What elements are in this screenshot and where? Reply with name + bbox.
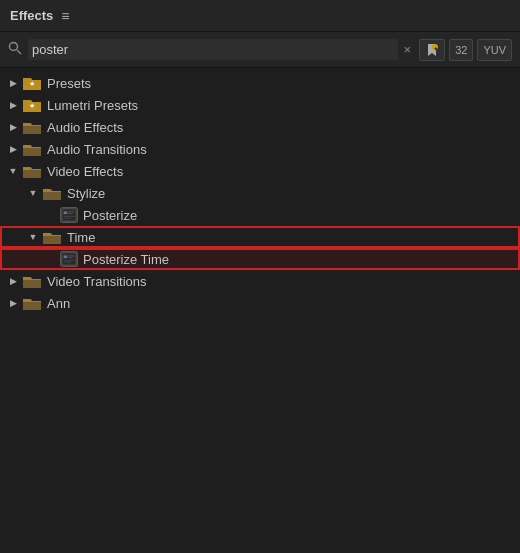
search-input[interactable]: [28, 39, 398, 60]
item-label-stylize: Stylize: [67, 186, 105, 201]
chevron-presets[interactable]: ▶: [6, 78, 20, 88]
svg-point-0: [10, 43, 18, 51]
tree-item-video-effects[interactable]: ▼ Video Effects: [0, 160, 520, 182]
folder-icon-time: [42, 229, 62, 245]
svg-rect-14: [68, 255, 74, 256]
chevron-audio-effects[interactable]: ▶: [6, 122, 20, 132]
tree-item-audio-transitions[interactable]: ▶ Audio Transitions: [0, 138, 520, 160]
search-clear-button[interactable]: ×: [404, 42, 412, 57]
chevron-time[interactable]: ▼: [26, 232, 40, 242]
yuv-button[interactable]: YUV: [477, 39, 512, 61]
item-label-ann: Ann: [47, 296, 70, 311]
item-label-posterize: Posterize: [83, 208, 137, 223]
svg-rect-16: [64, 260, 75, 261]
folder-icon-lumetri: ★: [22, 97, 42, 113]
folder-icon-audio-effects: [22, 119, 42, 135]
chevron-stylize[interactable]: ▼: [26, 188, 40, 198]
item-label-audio-transitions: Audio Transitions: [47, 142, 147, 157]
search-bar: × ★ 32 YUV: [0, 32, 520, 68]
item-label-lumetri: Lumetri Presets: [47, 98, 138, 113]
bookmark-button[interactable]: ★: [419, 39, 445, 61]
menu-icon[interactable]: ≡: [61, 8, 69, 24]
folder-icon-audio-transitions: [22, 141, 42, 157]
svg-rect-13: [64, 255, 68, 258]
svg-text:★: ★: [29, 80, 35, 87]
svg-line-1: [17, 50, 21, 54]
tree-item-posterize-time[interactable]: Posterize Time: [0, 248, 520, 270]
svg-rect-7: [64, 211, 68, 214]
toolbar-icons: ★ 32 YUV: [419, 39, 512, 61]
folder-icon-ann: [22, 295, 42, 311]
tree-item-presets[interactable]: ▶ ★ Presets: [0, 72, 520, 94]
folder-icon-video-effects: [22, 163, 42, 179]
search-icon: [8, 41, 22, 58]
item-label-posterize-time: Posterize Time: [83, 252, 169, 267]
tree-item-audio-effects[interactable]: ▶ Audio Effects: [0, 116, 520, 138]
tree-item-video-transitions[interactable]: ▶ Video Transitions: [0, 270, 520, 292]
svg-rect-9: [68, 213, 72, 214]
chevron-video-effects[interactable]: ▼: [6, 166, 20, 176]
tree-item-stylize[interactable]: ▼ Stylize: [0, 182, 520, 204]
chevron-ann[interactable]: ▶: [6, 298, 20, 308]
svg-rect-15: [68, 257, 72, 258]
tree-item-posterize[interactable]: Posterize: [0, 204, 520, 226]
effect-icon-posterize: [60, 207, 78, 223]
panel-title: Effects: [10, 8, 53, 23]
svg-rect-8: [68, 211, 74, 212]
folder-icon-video-transitions: [22, 273, 42, 289]
panel-header: Effects ≡: [0, 0, 520, 32]
chevron-audio-transitions[interactable]: ▶: [6, 144, 20, 154]
tree-item-time[interactable]: ▼ Time: [0, 226, 520, 248]
tree-item-ann[interactable]: ▶ Ann: [0, 292, 520, 314]
svg-rect-12: [62, 253, 76, 265]
item-label-video-transitions: Video Transitions: [47, 274, 147, 289]
svg-text:★: ★: [29, 102, 35, 109]
svg-rect-10: [64, 216, 75, 217]
svg-rect-6: [62, 209, 76, 221]
folder-icon-presets: ★: [22, 75, 42, 91]
item-label-presets: Presets: [47, 76, 91, 91]
folder-icon-stylize: [42, 185, 62, 201]
chevron-video-transitions[interactable]: ▶: [6, 276, 20, 286]
chevron-lumetri[interactable]: ▶: [6, 100, 20, 110]
svg-rect-11: [64, 218, 71, 219]
item-label-video-effects: Video Effects: [47, 164, 123, 179]
effect-icon-posterize-time: [60, 251, 78, 267]
tree-item-lumetri[interactable]: ▶ ★ Lumetri Presets: [0, 94, 520, 116]
svg-rect-17: [64, 262, 71, 263]
svg-text:★: ★: [434, 45, 438, 50]
number-button[interactable]: 32: [449, 39, 473, 61]
item-label-audio-effects: Audio Effects: [47, 120, 123, 135]
item-label-time: Time: [67, 230, 95, 245]
effects-tree: ▶ ★ Presets▶ ★ Lumetri Presets▶ Audio Ef…: [0, 68, 520, 553]
